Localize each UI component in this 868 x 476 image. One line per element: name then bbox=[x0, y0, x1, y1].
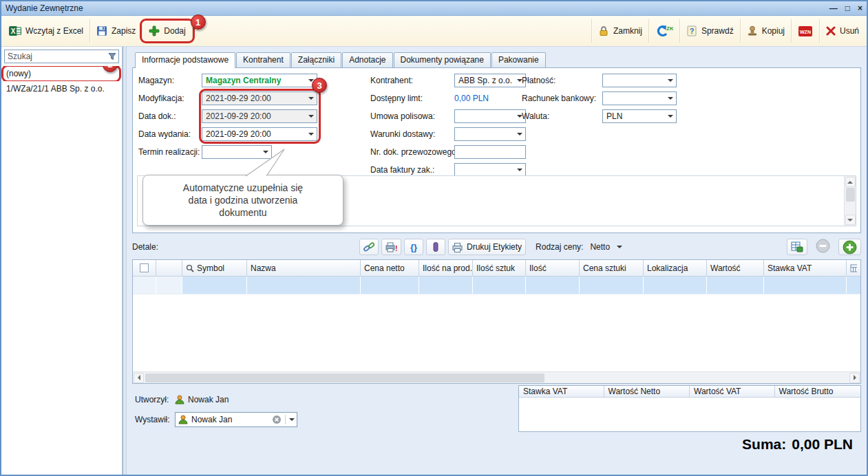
tab-dokumenty-powiazane[interactable]: Dokumenty powiązane bbox=[394, 52, 491, 67]
check-button[interactable]: ? Sprawdź bbox=[680, 16, 740, 46]
add-row-button[interactable] bbox=[838, 239, 861, 255]
filter-button[interactable] bbox=[106, 52, 118, 61]
document-list-item[interactable]: 1/WZa/21/1 ABB Sp. z o.o. bbox=[1, 81, 122, 96]
main-area: Informacje podstawowe Kontrahent Załączn… bbox=[127, 47, 867, 475]
excel-icon: X bbox=[9, 25, 21, 37]
dropdown-arrow[interactable] bbox=[665, 111, 675, 122]
load-excel-button[interactable]: X Wczytaj z Excel bbox=[3, 16, 89, 46]
column-header-lokalizacja[interactable]: Lokalizacja bbox=[644, 260, 707, 276]
data-wydania-value: 2021-09-29 20:00 bbox=[206, 129, 271, 139]
horizontal-scrollbar[interactable] bbox=[133, 371, 860, 383]
price-type-value: Netto bbox=[590, 242, 610, 252]
select-all-cell[interactable] bbox=[133, 260, 156, 276]
column-header-wartosc[interactable]: Wartość bbox=[707, 260, 764, 276]
wzn-button[interactable]: WZN bbox=[792, 16, 819, 46]
dropdown-arrow[interactable] bbox=[306, 75, 316, 86]
document-list-item-label: 1/WZa/21/1 ABB Sp. z o.o. bbox=[6, 84, 105, 94]
tab-informacje-podstawowe[interactable]: Informacje podstawowe bbox=[135, 52, 235, 68]
scrollbar-thumb[interactable] bbox=[145, 374, 544, 382]
lock-icon bbox=[598, 25, 609, 36]
save-button[interactable]: Zapisz bbox=[90, 16, 142, 46]
maximize-button[interactable]: □ bbox=[845, 3, 850, 13]
tab-adnotacje[interactable]: Adnotacje bbox=[342, 52, 392, 67]
sidebar: (nowy) 2 1/WZa/21/1 ABB Sp. z o.o. bbox=[1, 47, 123, 475]
data-dok-select: 2021-09-29 20:00 bbox=[202, 109, 317, 123]
toolbar: X Wczytaj z Excel Zapisz Dodaj 1 Zamknij… bbox=[1, 16, 867, 47]
column-header-cena-sztuki[interactable]: Cena sztuki bbox=[580, 260, 644, 276]
dropdown-arrow[interactable] bbox=[289, 418, 295, 421]
scroll-right-button[interactable] bbox=[849, 373, 860, 383]
dropdown-arrow[interactable] bbox=[665, 93, 675, 104]
umowa-polisowa-select[interactable] bbox=[454, 109, 526, 123]
price-type-label: Rodzaj ceny: bbox=[536, 242, 583, 252]
tab-kontrahent[interactable]: Kontrahent bbox=[236, 52, 290, 67]
export-excel-button[interactable] bbox=[787, 239, 807, 255]
dropdown-arrow[interactable] bbox=[665, 75, 675, 86]
dropdown-arrow[interactable] bbox=[514, 129, 525, 140]
column-chooser-button[interactable] bbox=[847, 260, 860, 276]
rachunek-bankowy-select[interactable] bbox=[602, 91, 677, 105]
export-excel-icon bbox=[791, 241, 803, 252]
tab-zalaczniki[interactable]: Załączniki bbox=[291, 52, 341, 67]
kontrahent-select[interactable]: ABB Sp. z o.o. bbox=[454, 74, 526, 87]
document-list-item-new[interactable]: (nowy) 2 bbox=[1, 66, 122, 81]
save-icon bbox=[96, 25, 107, 36]
column-button[interactable] bbox=[426, 239, 445, 255]
vertical-scrollbar[interactable] bbox=[844, 176, 856, 226]
scroll-left-button[interactable] bbox=[134, 373, 144, 383]
zk-button[interactable]: ZK bbox=[649, 16, 679, 46]
magazyn-select[interactable]: Magazyn Centralny bbox=[202, 74, 317, 87]
warunki-dostawy-select[interactable] bbox=[454, 127, 526, 141]
waluta-select[interactable]: PLN bbox=[602, 109, 677, 123]
clear-icon[interactable] bbox=[272, 415, 282, 424]
callout-text: Automatyczne uzupełnia się bbox=[183, 182, 303, 194]
person-icon bbox=[175, 395, 184, 404]
column-chooser-icon bbox=[850, 264, 857, 272]
issued-by-select[interactable]: Nowak Jan bbox=[175, 412, 297, 427]
platnosc-label: Płatność: bbox=[522, 76, 555, 85]
table-row[interactable] bbox=[133, 277, 860, 294]
dropdown-arrow[interactable] bbox=[514, 164, 525, 175]
platnosc-select[interactable] bbox=[602, 74, 677, 87]
column-header-ilosc-sztuk[interactable]: Ilość sztuk bbox=[473, 260, 526, 276]
delete-x-icon bbox=[826, 26, 836, 36]
column-header-stawka-vat[interactable]: Stawka VAT bbox=[764, 260, 847, 276]
dropdown-arrow[interactable] bbox=[617, 246, 622, 248]
search-input[interactable] bbox=[5, 52, 106, 61]
scroll-up-button[interactable] bbox=[845, 177, 856, 187]
scrollbar-thumb[interactable] bbox=[846, 188, 855, 202]
remove-row-button[interactable] bbox=[816, 239, 830, 255]
link-button[interactable] bbox=[359, 239, 379, 255]
data-wydania-select[interactable]: 2021-09-29 20:00 bbox=[202, 127, 317, 141]
print-labels-button[interactable]: Drukuj Etykiety bbox=[448, 239, 526, 255]
dropdown-arrow bbox=[306, 93, 316, 104]
print-labels-label: Drukuj Etykiety bbox=[467, 242, 522, 252]
data-dok-value: 2021-09-29 20:00 bbox=[206, 111, 271, 121]
column-header-ilosc[interactable]: Ilość bbox=[526, 260, 580, 276]
copy-button[interactable]: Kopiuj bbox=[741, 16, 791, 46]
tab-pakowanie[interactable]: Pakowanie bbox=[491, 52, 546, 67]
window-title: Wydanie Zewnętrzne bbox=[6, 3, 829, 13]
sum-value: 0,00 PLN bbox=[792, 436, 853, 453]
scroll-down-button[interactable] bbox=[845, 215, 856, 225]
column-header-ilosc-na-prod[interactable]: Ilość na prod. bbox=[419, 260, 473, 276]
nr-dok-przewozowego-input[interactable] bbox=[454, 145, 526, 159]
app-window: Wydanie Zewnętrzne — □ × X Wczytaj z Exc… bbox=[0, 0, 868, 476]
close-document-button[interactable]: Zamknij bbox=[592, 16, 648, 46]
dropdown-arrow[interactable] bbox=[306, 129, 316, 140]
column-header-cena-netto[interactable]: Cena netto bbox=[361, 260, 419, 276]
braces-button[interactable]: {} bbox=[404, 239, 423, 255]
select-all-checkbox[interactable] bbox=[140, 263, 149, 272]
delete-button[interactable]: Usuń bbox=[820, 16, 865, 46]
close-button[interactable]: × bbox=[858, 3, 862, 13]
data-faktury-select[interactable] bbox=[454, 163, 526, 177]
add-button[interactable]: Dodaj 1 bbox=[142, 16, 191, 46]
minimize-button[interactable]: — bbox=[829, 3, 838, 13]
print-warning-button[interactable]: ! bbox=[381, 239, 401, 255]
column-header-nazwa[interactable]: Nazwa bbox=[247, 260, 361, 276]
column-header-symbol[interactable]: Symbol bbox=[182, 260, 247, 276]
vat-summary-body bbox=[519, 398, 860, 431]
umowa-polisowa-label: Umowa polisowa: bbox=[370, 111, 435, 121]
vat-summary-table: Stawka VAT Wartość Netto Wartość VAT War… bbox=[518, 385, 861, 432]
price-type-select[interactable]: Netto bbox=[587, 241, 625, 253]
